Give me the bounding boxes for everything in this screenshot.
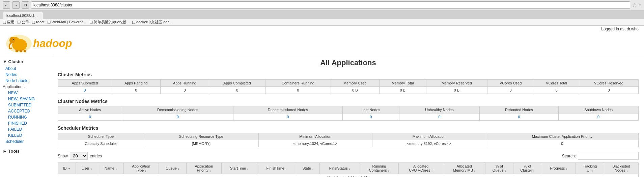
col-vcores-reserved: VCores Reserved xyxy=(579,80,638,87)
col-id[interactable]: ID ▼ xyxy=(58,163,76,174)
sidebar-item-nodelabels[interactable]: Node Labels xyxy=(0,78,52,84)
col-minimum-allocation: Minimum Allocation xyxy=(258,133,372,140)
val-vcores-reserved: 0 xyxy=(579,87,638,94)
search-label: Search: xyxy=(562,154,576,158)
col-apps-completed: Apps Completed xyxy=(209,80,265,87)
col-final-status[interactable]: FinalStatus ↕ xyxy=(320,163,360,174)
col-finish-time[interactable]: FinishTime ↕ xyxy=(257,163,296,174)
tab-cluster[interactable]: localhost:8088/cluster xyxy=(3,12,43,19)
val-decommissioned-nodes: 0 xyxy=(233,113,343,121)
scheduler-metrics-title: Scheduler Metrics xyxy=(58,125,639,131)
val-minimum-allocation: <memory:1024, vCores:1> xyxy=(258,140,372,147)
address-bar[interactable] xyxy=(31,1,630,9)
decommissioning-nodes-link[interactable]: 0 xyxy=(177,115,179,119)
forward-button[interactable]: → xyxy=(12,1,20,9)
col-application-priority[interactable]: ApplicationPriority ↕ xyxy=(186,163,221,174)
val-scheduling-resource-type: [MEMORY] xyxy=(144,140,259,147)
sort-progress-icon: ↕ xyxy=(566,167,568,170)
rebooted-nodes-link[interactable]: 0 xyxy=(518,115,520,119)
col-tracking-ui[interactable]: TrackingUI ↕ xyxy=(576,163,604,174)
bookmark-react[interactable]: ▢ react xyxy=(32,20,45,24)
browser-chrome: ← → ↻ ☆ ≡ localhost:8088/cluster ▢ 应用 ▢ … xyxy=(0,0,644,26)
scheduler-metrics-table: Scheduler Type Scheduling Resource Type … xyxy=(58,133,639,147)
val-apps-running: 0 xyxy=(160,87,209,94)
cluster-nodes-row: 0 0 0 0 0 0 0 xyxy=(58,113,639,121)
sidebar-item-finished[interactable]: FINISHED xyxy=(0,120,52,126)
sidebar: ▼ Cluster About Nodes Node Labels Applic… xyxy=(0,55,52,177)
show-entries-control: Show 10 20 25 50 100 entries xyxy=(58,152,102,160)
sidebar-item-new-saving[interactable]: NEW_SAVING xyxy=(0,96,52,102)
val-containers-running: 0 xyxy=(265,87,331,94)
col-pct-cluster[interactable]: % ofCluster ↕ xyxy=(513,163,542,174)
bookmarks-bar: ▢ 应用 ▢ 公司 ▢ react ▢ WebMail | Powered...… xyxy=(0,19,644,26)
hadoop-text: hadoop xyxy=(33,37,72,50)
sort-blacklisted-icon: ↕ xyxy=(626,169,628,172)
app-header: hadoop xyxy=(0,32,644,55)
sidebar-item-scheduler[interactable]: Scheduler xyxy=(0,138,52,145)
shutdown-nodes-link[interactable]: 0 xyxy=(597,115,599,119)
active-nodes-link[interactable]: 0 xyxy=(89,115,91,119)
hadoop-logo: hadoop xyxy=(5,34,72,53)
decommissioned-nodes-link[interactable]: 0 xyxy=(287,115,289,119)
search-input[interactable] xyxy=(578,152,639,160)
bookmark-apps[interactable]: ▢ 应用 xyxy=(3,20,15,25)
val-vcores-used: 0 xyxy=(487,87,534,94)
sort-apptype-icon: ↕ xyxy=(145,169,146,172)
sidebar-item-submitted[interactable]: SUBMITTED xyxy=(0,102,52,108)
sort-queue-icon: ↕ xyxy=(178,167,179,170)
sort-starttime-icon: ↕ xyxy=(247,167,249,170)
sidebar-item-accepted[interactable]: ACCEPTED xyxy=(0,108,52,114)
reload-button[interactable]: ↻ xyxy=(22,1,29,9)
col-allocated-cpu[interactable]: AllocatedCPU VCores ↕ xyxy=(399,163,443,174)
svg-point-3 xyxy=(9,37,15,44)
val-memory-used: 0 B xyxy=(331,87,380,94)
col-user[interactable]: User ↕ xyxy=(76,163,98,174)
sort-finishtime-icon: ↕ xyxy=(285,167,287,170)
sidebar-item-about[interactable]: About xyxy=(0,66,52,72)
col-application-type[interactable]: ApplicationType ↕ xyxy=(123,163,159,174)
col-allocated-memory[interactable]: AllocatedMemory MB ↕ xyxy=(443,163,485,174)
sidebar-tools-section[interactable]: ► Tools xyxy=(0,147,52,155)
sort-user-icon: ↕ xyxy=(90,167,92,170)
sidebar-item-running[interactable]: RUNNING xyxy=(0,114,52,120)
col-decommissioning-nodes: Decommissioning Nodes xyxy=(122,106,233,113)
sidebar-cluster-section[interactable]: ▼ Cluster xyxy=(0,58,52,66)
col-running-containers[interactable]: RunningContainers ↕ xyxy=(360,163,398,174)
cluster-nodes-table: Active Nodes Decommissioning Nodes Decom… xyxy=(58,106,639,121)
sort-memory-icon: ↕ xyxy=(474,169,476,172)
sidebar-item-killed[interactable]: KILLED xyxy=(0,132,52,138)
col-memory-total: Memory Total xyxy=(379,80,426,87)
sort-finalstatus-icon: ↕ xyxy=(349,167,351,170)
sidebar-item-new[interactable]: NEW xyxy=(0,90,52,96)
col-progress[interactable]: Progress ↕ xyxy=(542,163,576,174)
lost-nodes-link[interactable]: 0 xyxy=(370,115,372,119)
no-data-message: No data available in table xyxy=(58,174,639,177)
bookmark-docker[interactable]: ▢ docker中文社区.doc... xyxy=(132,20,172,25)
col-state[interactable]: State ↕ xyxy=(296,163,320,174)
cluster-metrics-title: Cluster Metrics xyxy=(58,72,639,77)
bookmark-star-icon[interactable]: ☆ xyxy=(632,2,637,8)
col-blacklisted-nodes[interactable]: BlacklistedNodes ↕ xyxy=(604,163,638,174)
bookmark-webmail[interactable]: ▢ WebMail | Powered... xyxy=(47,20,87,24)
entries-label: entries xyxy=(90,154,102,158)
back-button[interactable]: ← xyxy=(3,1,10,9)
sidebar-applications-label: Applications xyxy=(0,84,52,90)
sidebar-item-failed[interactable]: FAILED xyxy=(0,126,52,132)
bookmark-company[interactable]: ▢ 公司 xyxy=(17,20,29,25)
sort-cpu-icon: ↕ xyxy=(431,169,433,172)
col-start-time[interactable]: StartTime ↕ xyxy=(221,163,257,174)
apps-submitted-link[interactable]: 0 xyxy=(84,88,86,92)
tools-triangle-icon: ► xyxy=(3,149,7,154)
no-data-row: No data available in table xyxy=(58,174,639,177)
menu-icon[interactable]: ≡ xyxy=(639,2,641,8)
col-pct-queue[interactable]: % ofQueue ↕ xyxy=(485,163,513,174)
col-rebooted-nodes: Rebooted Nodes xyxy=(480,106,559,113)
val-apps-completed: 0 xyxy=(209,87,265,94)
col-containers-running: Containers Running xyxy=(265,80,331,87)
sidebar-item-nodes[interactable]: Nodes xyxy=(0,72,52,78)
bookmark-jquery[interactable]: ▢ 简单易懂的jquery版... xyxy=(89,20,129,25)
unhealthy-nodes-link[interactable]: 0 xyxy=(438,115,440,119)
entries-select[interactable]: 10 20 25 50 100 xyxy=(70,152,88,160)
col-queue[interactable]: Queue ↕ xyxy=(159,163,186,174)
col-name[interactable]: Name ↕ xyxy=(98,163,123,174)
